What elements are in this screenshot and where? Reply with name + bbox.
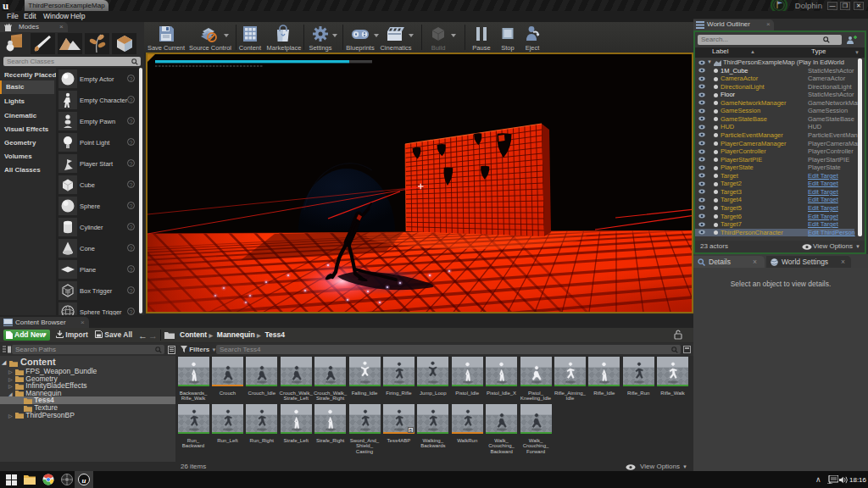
svg-text:u: u xyxy=(81,476,86,485)
